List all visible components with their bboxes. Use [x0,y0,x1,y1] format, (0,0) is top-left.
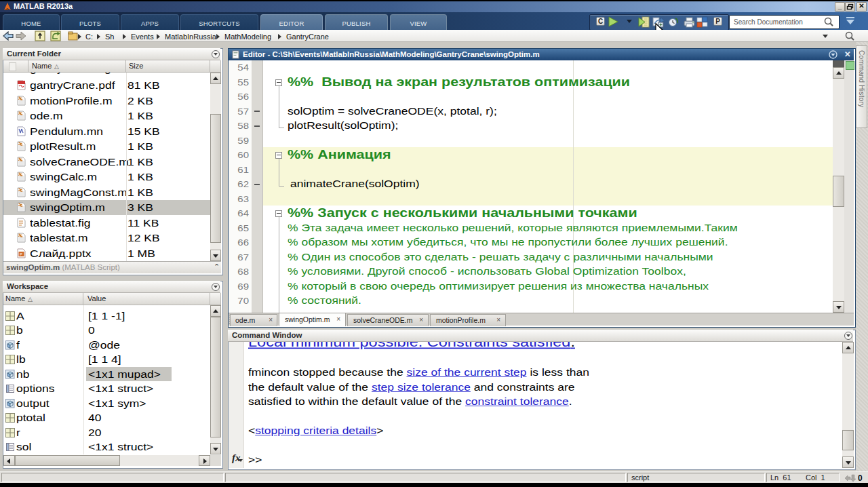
svg-text:P: P [20,252,22,256]
